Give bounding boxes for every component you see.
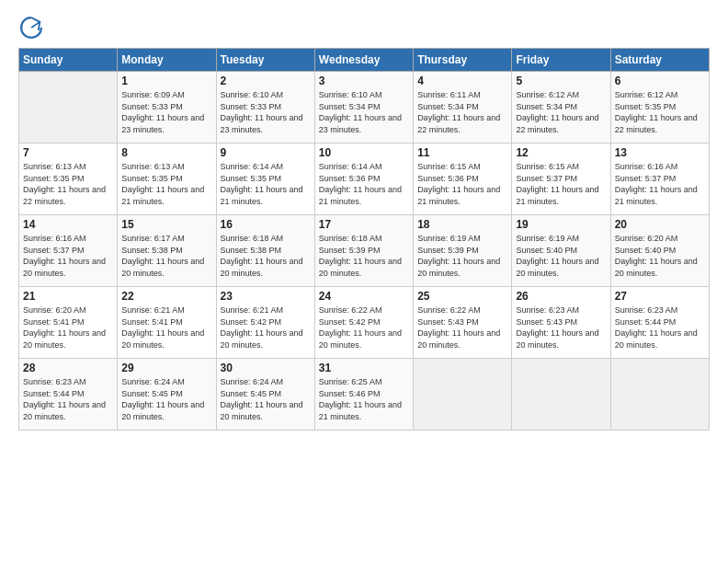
day-number: 17 (319, 218, 409, 231)
day-info: Sunrise: 6:21 AMSunset: 5:42 PMDaylight:… (221, 304, 311, 350)
day-number: 4 (417, 75, 507, 87)
day-number: 1 (121, 75, 211, 87)
day-number: 18 (417, 218, 507, 231)
day-number: 7 (23, 146, 113, 159)
day-number: 14 (23, 218, 113, 231)
calendar-cell: 9Sunrise: 6:14 AMSunset: 5:35 PMDaylight… (216, 144, 314, 215)
calendar-cell: 10Sunrise: 6:14 AMSunset: 5:36 PMDayligh… (314, 144, 413, 215)
day-number: 31 (319, 362, 409, 374)
day-number: 6 (615, 75, 705, 87)
day-number: 22 (121, 290, 211, 303)
day-info: Sunrise: 6:10 AMSunset: 5:33 PMDaylight:… (221, 89, 311, 135)
header-saturday: Saturday (610, 49, 709, 72)
day-info: Sunrise: 6:22 AMSunset: 5:43 PMDaylight:… (417, 304, 507, 350)
header-wednesday: Wednesday (314, 49, 413, 72)
day-number: 27 (615, 290, 705, 303)
week-row-1: 7Sunrise: 6:13 AMSunset: 5:35 PMDaylight… (19, 144, 710, 215)
day-info: Sunrise: 6:16 AMSunset: 5:37 PMDaylight:… (23, 233, 113, 279)
day-info: Sunrise: 6:14 AMSunset: 5:36 PMDaylight:… (319, 161, 409, 207)
header (18, 15, 710, 40)
calendar-cell: 25Sunrise: 6:22 AMSunset: 5:43 PMDayligh… (414, 287, 512, 359)
logo-icon (18, 15, 44, 40)
day-info: Sunrise: 6:19 AMSunset: 5:39 PMDaylight:… (417, 233, 507, 279)
day-info: Sunrise: 6:25 AMSunset: 5:46 PMDaylight:… (319, 376, 409, 422)
day-number: 25 (417, 290, 507, 303)
day-number: 8 (121, 146, 211, 159)
day-number: 29 (121, 362, 211, 374)
day-number: 2 (221, 75, 311, 87)
day-info: Sunrise: 6:22 AMSunset: 5:42 PMDaylight:… (319, 304, 409, 350)
calendar-cell (610, 359, 709, 431)
day-number: 15 (121, 218, 211, 231)
calendar-cell: 27Sunrise: 6:23 AMSunset: 5:44 PMDayligh… (610, 287, 709, 359)
header-sunday: Sunday (19, 49, 118, 72)
week-row-4: 28Sunrise: 6:23 AMSunset: 5:44 PMDayligh… (19, 359, 710, 431)
calendar-cell: 22Sunrise: 6:21 AMSunset: 5:41 PMDayligh… (118, 287, 216, 359)
calendar-cell: 14Sunrise: 6:16 AMSunset: 5:37 PMDayligh… (19, 215, 118, 287)
day-info: Sunrise: 6:12 AMSunset: 5:35 PMDaylight:… (615, 89, 705, 135)
calendar-cell (512, 359, 610, 431)
calendar-cell: 24Sunrise: 6:22 AMSunset: 5:42 PMDayligh… (314, 287, 413, 359)
day-info: Sunrise: 6:13 AMSunset: 5:35 PMDaylight:… (121, 161, 211, 207)
calendar-cell: 20Sunrise: 6:20 AMSunset: 5:40 PMDayligh… (610, 215, 709, 287)
day-number: 12 (516, 146, 606, 159)
day-number: 11 (417, 146, 507, 159)
day-number: 16 (221, 218, 311, 231)
day-number: 24 (319, 290, 409, 303)
calendar-cell: 26Sunrise: 6:23 AMSunset: 5:43 PMDayligh… (512, 287, 610, 359)
header-thursday: Thursday (414, 49, 512, 72)
day-info: Sunrise: 6:20 AMSunset: 5:40 PMDaylight:… (615, 233, 705, 279)
week-row-2: 14Sunrise: 6:16 AMSunset: 5:37 PMDayligh… (19, 215, 710, 287)
day-info: Sunrise: 6:18 AMSunset: 5:39 PMDaylight:… (319, 233, 409, 279)
day-number: 10 (319, 146, 409, 159)
calendar-cell: 1Sunrise: 6:09 AMSunset: 5:33 PMDaylight… (118, 72, 216, 144)
day-number: 13 (615, 146, 705, 159)
header-row: SundayMondayTuesdayWednesdayThursdayFrid… (19, 49, 710, 72)
day-info: Sunrise: 6:23 AMSunset: 5:43 PMDaylight:… (516, 304, 606, 350)
day-info: Sunrise: 6:14 AMSunset: 5:35 PMDaylight:… (221, 161, 311, 207)
day-number: 5 (516, 75, 606, 87)
calendar-cell: 30Sunrise: 6:24 AMSunset: 5:45 PMDayligh… (216, 359, 314, 431)
calendar-cell: 19Sunrise: 6:19 AMSunset: 5:40 PMDayligh… (512, 215, 610, 287)
calendar-cell: 29Sunrise: 6:24 AMSunset: 5:45 PMDayligh… (118, 359, 216, 431)
day-number: 26 (516, 290, 606, 303)
week-row-3: 21Sunrise: 6:20 AMSunset: 5:41 PMDayligh… (19, 287, 710, 359)
header-monday: Monday (118, 49, 216, 72)
day-info: Sunrise: 6:18 AMSunset: 5:38 PMDaylight:… (221, 233, 311, 279)
day-number: 19 (516, 218, 606, 231)
day-info: Sunrise: 6:15 AMSunset: 5:36 PMDaylight:… (417, 161, 507, 207)
calendar-cell: 18Sunrise: 6:19 AMSunset: 5:39 PMDayligh… (414, 215, 512, 287)
calendar-cell: 16Sunrise: 6:18 AMSunset: 5:38 PMDayligh… (216, 215, 314, 287)
page-container: SundayMondayTuesdayWednesdayThursdayFrid… (0, 0, 728, 440)
calendar-cell: 31Sunrise: 6:25 AMSunset: 5:46 PMDayligh… (314, 359, 413, 431)
day-number: 23 (221, 290, 311, 303)
day-number: 21 (23, 290, 113, 303)
day-info: Sunrise: 6:15 AMSunset: 5:37 PMDaylight:… (516, 161, 606, 207)
day-number: 20 (615, 218, 705, 231)
day-info: Sunrise: 6:19 AMSunset: 5:40 PMDaylight:… (516, 233, 606, 279)
day-info: Sunrise: 6:17 AMSunset: 5:38 PMDaylight:… (121, 233, 211, 279)
logo (18, 15, 48, 40)
day-number: 3 (319, 75, 409, 87)
calendar-cell: 13Sunrise: 6:16 AMSunset: 5:37 PMDayligh… (610, 144, 709, 215)
day-info: Sunrise: 6:23 AMSunset: 5:44 PMDaylight:… (615, 304, 705, 350)
calendar-cell (19, 72, 118, 144)
week-row-0: 1Sunrise: 6:09 AMSunset: 5:33 PMDaylight… (19, 72, 710, 144)
calendar-cell: 3Sunrise: 6:10 AMSunset: 5:34 PMDaylight… (314, 72, 413, 144)
calendar-cell: 5Sunrise: 6:12 AMSunset: 5:34 PMDaylight… (512, 72, 610, 144)
calendar-cell: 12Sunrise: 6:15 AMSunset: 5:37 PMDayligh… (512, 144, 610, 215)
calendar-cell: 6Sunrise: 6:12 AMSunset: 5:35 PMDaylight… (610, 72, 709, 144)
calendar-cell: 11Sunrise: 6:15 AMSunset: 5:36 PMDayligh… (414, 144, 512, 215)
day-info: Sunrise: 6:23 AMSunset: 5:44 PMDaylight:… (23, 376, 113, 422)
day-info: Sunrise: 6:21 AMSunset: 5:41 PMDaylight:… (121, 304, 211, 350)
calendar-cell (414, 359, 512, 431)
header-friday: Friday (512, 49, 610, 72)
calendar-cell: 15Sunrise: 6:17 AMSunset: 5:38 PMDayligh… (118, 215, 216, 287)
calendar-cell: 28Sunrise: 6:23 AMSunset: 5:44 PMDayligh… (19, 359, 118, 431)
calendar-cell: 23Sunrise: 6:21 AMSunset: 5:42 PMDayligh… (216, 287, 314, 359)
day-number: 28 (23, 362, 113, 374)
day-info: Sunrise: 6:24 AMSunset: 5:45 PMDaylight:… (121, 376, 211, 422)
day-number: 30 (221, 362, 311, 374)
day-info: Sunrise: 6:12 AMSunset: 5:34 PMDaylight:… (516, 89, 606, 135)
day-info: Sunrise: 6:20 AMSunset: 5:41 PMDaylight:… (23, 304, 113, 350)
